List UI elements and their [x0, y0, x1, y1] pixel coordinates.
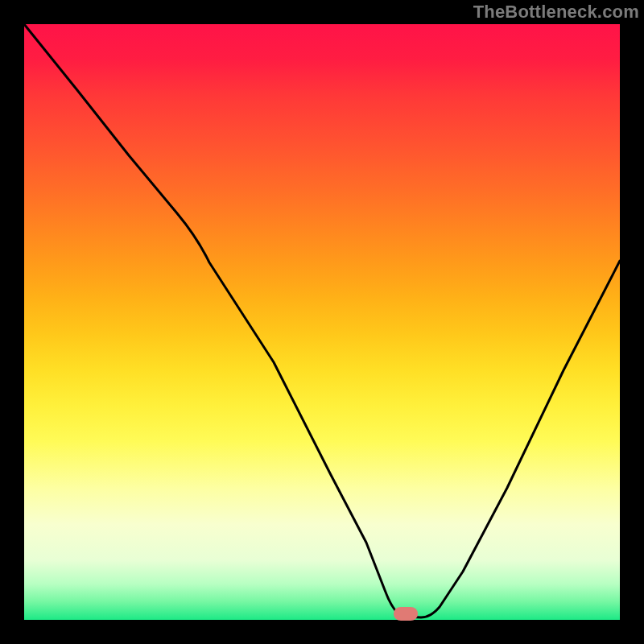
- chart-frame: TheBottleneck.com: [0, 0, 644, 644]
- bottleneck-curve: [24, 24, 620, 620]
- plot-area: [24, 24, 620, 620]
- curve-path: [24, 24, 620, 617]
- optimum-marker: [394, 607, 418, 621]
- attribution-text: TheBottleneck.com: [473, 2, 639, 23]
